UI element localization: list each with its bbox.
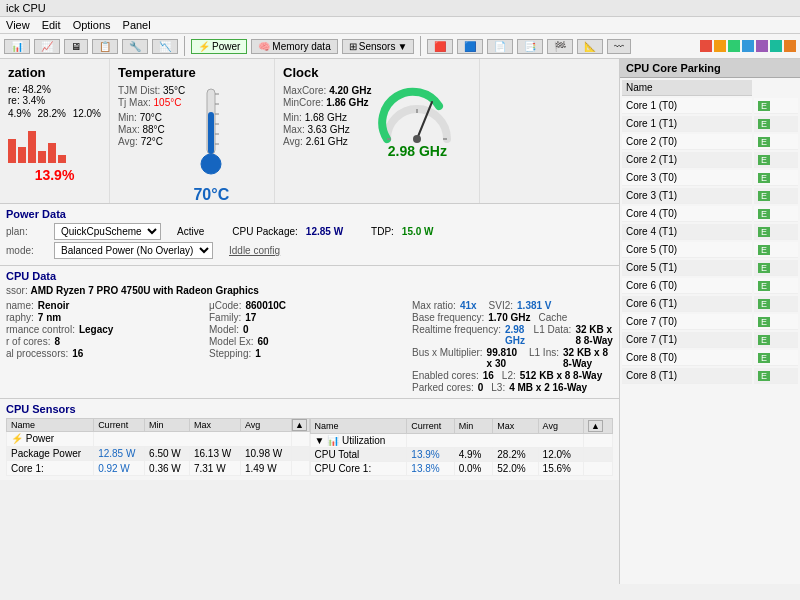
core-name: Core 7 (T1) xyxy=(622,332,752,348)
cpu-stepping: 1 xyxy=(255,348,261,359)
sensor-pkg-label: Package Power xyxy=(7,446,94,461)
thermometer-container: 70°C xyxy=(191,84,231,204)
cpu-data-grid: name:Renoir raphy:7 nm rmance control:Le… xyxy=(6,299,613,394)
sensors-r-col-max: Max xyxy=(493,419,538,434)
util-val2: 28.2% xyxy=(38,108,66,119)
sensor-cpu-total-current: 13.9% xyxy=(407,448,454,462)
menu-panel[interactable]: Panel xyxy=(123,19,151,31)
idle-config-link[interactable]: Iddle config xyxy=(229,245,280,256)
toolbar-sensors-label: Sensors xyxy=(359,41,396,52)
toolbar-memory[interactable]: 🧠 Memory data xyxy=(251,39,337,54)
toolbar-btn-2[interactable]: 📈 xyxy=(34,39,60,54)
sensor-row-core1: Core 1: 0.92 W 0.36 W 7.31 W 1.49 W xyxy=(7,461,310,476)
sensor-cpu-core1-avg: 15.6% xyxy=(538,462,583,476)
cpu-parked: 0 xyxy=(478,382,484,393)
toolbar-icon-8[interactable]: 🟦 xyxy=(457,39,483,54)
core-name: Core 3 (T1) xyxy=(622,188,752,204)
power-mode-row: mode: Balanced Power (No Overlay) Iddle … xyxy=(6,242,613,259)
core-name: Core 2 (T1) xyxy=(622,152,752,168)
sensors-r-scroll[interactable]: ▲ xyxy=(583,419,612,434)
menu-bar: View Edit Options Panel xyxy=(0,17,800,34)
cpu-model-ex: 60 xyxy=(257,336,268,347)
cpu-svi2: 1.381 V xyxy=(517,300,551,311)
left-panel: zation re: 48.2% re: 3.4% 4.9% 28.2% 12.… xyxy=(0,59,620,584)
cpu-cores: 8 xyxy=(54,336,60,347)
sensors-r-col-avg: Avg xyxy=(538,419,583,434)
core-status: E xyxy=(754,242,798,258)
core-parking-row: Core 6 (T1)E xyxy=(622,296,798,312)
core-parking-row: Core 4 (T1)E xyxy=(622,224,798,240)
power-plan-select[interactable]: QuickCpuScheme xyxy=(54,223,161,240)
color-green xyxy=(728,40,740,52)
sensors-col-max: Max xyxy=(189,419,240,432)
bar-4 xyxy=(38,151,46,163)
sensor-cpu-core1-label: CPU Core 1: xyxy=(310,462,407,476)
sensors-scroll-up[interactable]: ▲ xyxy=(291,419,309,432)
menu-options[interactable]: Options xyxy=(73,19,111,31)
cpu-enabled-cores: 16 xyxy=(483,370,494,381)
sensor-cpu-total-avg: 12.0% xyxy=(538,448,583,462)
toolbar-btn-5[interactable]: 🔧 xyxy=(122,39,148,54)
toolbar-memory-label: Memory data xyxy=(272,41,330,52)
sensor-core1-current: 0.92 W xyxy=(94,461,145,476)
toolbar-btn-6[interactable]: 📉 xyxy=(152,39,178,54)
sensors-col-min: Min xyxy=(145,419,190,432)
speedometer-container: 2.98 GHz xyxy=(377,84,457,159)
title-bar: ick CPU xyxy=(0,0,800,17)
sensor-cpu-total-min: 4.9% xyxy=(454,448,493,462)
sensor-pkg-avg: 10.98 W xyxy=(240,446,291,461)
gauges-row: zation re: 48.2% re: 3.4% 4.9% 28.2% 12.… xyxy=(0,59,619,204)
util-current-container: 13.9% xyxy=(8,167,101,183)
util-bar-icon: 📊 xyxy=(327,435,339,446)
clock-content: MaxCore: 4.20 GHz MinCore: 1.86 GHz Min:… xyxy=(283,84,471,159)
toolbar-icon-7[interactable]: 🟥 xyxy=(427,39,453,54)
sensor-row-pkg-power: Package Power 12.85 W 6.50 W 16.13 W 10.… xyxy=(7,446,310,461)
power-mode-select[interactable]: Balanced Power (No Overlay) xyxy=(54,242,213,259)
cpu-l2: 512 KB x 8 8-Way xyxy=(520,370,602,381)
toolbar-icon-12[interactable]: 📐 xyxy=(577,39,603,54)
cpu-model: 0 xyxy=(243,324,249,335)
sensor-cpu-core1-row: CPU Core 1: 13.8% 0.0% 52.0% 15.6% xyxy=(310,462,613,476)
menu-edit[interactable]: Edit xyxy=(42,19,61,31)
cpu-rt-freq: 2.98 GHz xyxy=(505,324,526,346)
sensor-cpu-total-label: CPU Total xyxy=(310,448,407,462)
toolbar-icon-10[interactable]: 📑 xyxy=(517,39,543,54)
sensors-col-name: Name xyxy=(7,419,94,432)
sensors-r-col-current: Current xyxy=(407,419,454,434)
toolbar-btn-1[interactable]: 📊 xyxy=(4,39,30,54)
core-name: Core 4 (T1) xyxy=(622,224,752,240)
bar-1 xyxy=(8,139,16,163)
util-current: 13.9% xyxy=(35,167,75,183)
menu-view[interactable]: View xyxy=(6,19,30,31)
cpu-base-freq: 1.70 GHz xyxy=(488,312,530,323)
core-name: Core 6 (T1) xyxy=(622,296,752,312)
power-mode-label: mode: xyxy=(6,245,46,256)
color-amber xyxy=(784,40,796,52)
core-name: Core 1 (T1) xyxy=(622,116,752,132)
color-blue xyxy=(742,40,754,52)
sensor-core1-label: Core 1: xyxy=(7,461,94,476)
core-parking-row: Core 1 (T1)E xyxy=(622,116,798,132)
core-parking-row: Core 1 (T0)E xyxy=(622,98,798,114)
sensor-pkg-current: 12.85 W xyxy=(94,446,145,461)
toolbar-icon-13[interactable]: 〰 xyxy=(607,39,631,54)
toolbar-sensors[interactable]: ⊞ Sensors ▼ xyxy=(342,39,415,54)
core-parking-row: Core 5 (T1)E xyxy=(622,260,798,276)
tdp-label: TDP: xyxy=(371,226,394,237)
core-parking-row: Core 8 (T1)E xyxy=(622,368,798,384)
core-status: E xyxy=(754,260,798,276)
toolbar-power[interactable]: ⚡ Power xyxy=(191,39,247,54)
core-status: E xyxy=(754,98,798,114)
color-boxes xyxy=(700,40,796,52)
sensors-scroll-btn[interactable]: ▲ xyxy=(292,419,307,431)
cpu-col-1: name:Renoir raphy:7 nm rmance control:Le… xyxy=(6,299,207,394)
toolbar-btn-3[interactable]: 🖥 xyxy=(64,39,88,54)
sensors-r-scroll-btn[interactable]: ▲ xyxy=(588,420,603,432)
sensor-cpu-core1-max: 52.0% xyxy=(493,462,538,476)
sensor-core1-min: 0.36 W xyxy=(145,461,190,476)
core-parking-row: Core 3 (T1)E xyxy=(622,188,798,204)
toolbar-btn-4[interactable]: 📋 xyxy=(92,39,118,54)
clock-mincore: 1.86 GHz xyxy=(326,97,368,108)
toolbar-icon-9[interactable]: 📄 xyxy=(487,39,513,54)
toolbar-icon-11[interactable]: 🏁 xyxy=(547,39,573,54)
